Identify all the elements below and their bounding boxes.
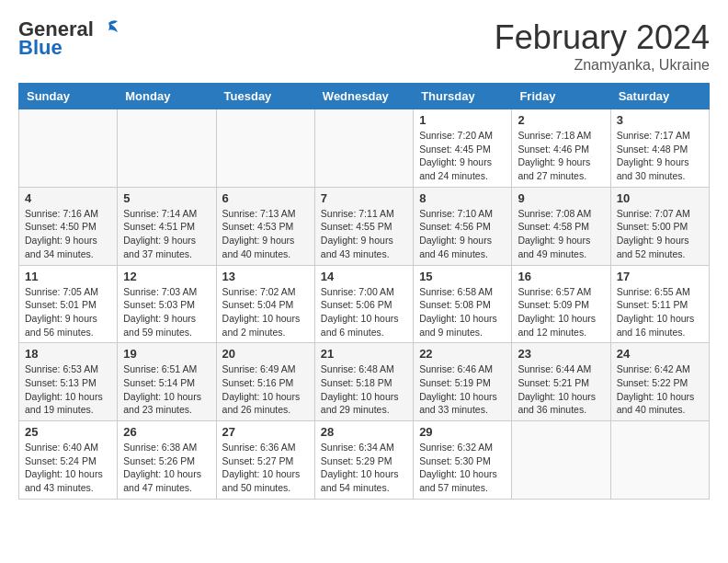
page-header: General Blue February 2024 Znamyanka, Uk… <box>18 18 710 74</box>
day-info: Sunrise: 6:58 AM Sunset: 5:08 PM Dayligh… <box>419 285 506 339</box>
day-number: 6 <box>222 191 309 205</box>
header-tuesday: Tuesday <box>216 84 314 109</box>
calendar-week-5: 25Sunrise: 6:40 AM Sunset: 5:24 PM Dayli… <box>19 421 710 500</box>
header-wednesday: Wednesday <box>314 84 413 109</box>
calendar-header-row: Sunday Monday Tuesday Wednesday Thursday… <box>19 84 710 109</box>
day-info: Sunrise: 6:40 AM Sunset: 5:24 PM Dayligh… <box>25 441 111 495</box>
day-number: 2 <box>518 113 604 127</box>
day-number: 22 <box>419 347 506 361</box>
day-info: Sunrise: 7:07 AM Sunset: 5:00 PM Dayligh… <box>617 207 703 261</box>
day-number: 26 <box>123 425 210 439</box>
day-number: 28 <box>321 425 407 439</box>
day-info: Sunrise: 6:53 AM Sunset: 5:13 PM Dayligh… <box>25 362 111 417</box>
title-block: February 2024 Znamyanka, Ukraine <box>495 18 710 74</box>
table-row: 16Sunrise: 6:57 AM Sunset: 5:09 PM Dayli… <box>512 265 610 343</box>
calendar-week-1: 1Sunrise: 7:20 AM Sunset: 4:45 PM Daylig… <box>19 109 710 188</box>
day-number: 15 <box>419 270 506 283</box>
table-row <box>216 109 314 188</box>
day-info: Sunrise: 6:57 AM Sunset: 5:09 PM Dayligh… <box>518 285 604 339</box>
calendar-week-3: 11Sunrise: 7:05 AM Sunset: 5:01 PM Dayli… <box>19 265 710 343</box>
table-row: 20Sunrise: 6:49 AM Sunset: 5:16 PM Dayli… <box>216 343 314 421</box>
day-info: Sunrise: 7:05 AM Sunset: 5:01 PM Dayligh… <box>25 285 111 339</box>
day-info: Sunrise: 6:38 AM Sunset: 5:26 PM Dayligh… <box>123 441 210 495</box>
table-row: 2Sunrise: 7:18 AM Sunset: 4:46 PM Daylig… <box>512 109 610 188</box>
day-info: Sunrise: 7:17 AM Sunset: 4:48 PM Dayligh… <box>617 129 703 183</box>
day-info: Sunrise: 7:08 AM Sunset: 4:58 PM Dayligh… <box>518 207 604 261</box>
calendar-table: Sunday Monday Tuesday Wednesday Thursday… <box>18 83 710 500</box>
day-info: Sunrise: 6:32 AM Sunset: 5:30 PM Dayligh… <box>419 441 506 495</box>
day-info: Sunrise: 7:10 AM Sunset: 4:56 PM Dayligh… <box>419 207 506 261</box>
header-monday: Monday <box>118 84 216 109</box>
day-info: Sunrise: 6:42 AM Sunset: 5:22 PM Dayligh… <box>617 362 703 417</box>
table-row: 21Sunrise: 6:48 AM Sunset: 5:18 PM Dayli… <box>314 343 413 421</box>
header-saturday: Saturday <box>610 84 709 109</box>
location: Znamyanka, Ukraine <box>495 57 710 74</box>
table-row: 14Sunrise: 7:00 AM Sunset: 5:06 PM Dayli… <box>314 265 413 343</box>
table-row: 1Sunrise: 7:20 AM Sunset: 4:45 PM Daylig… <box>414 109 512 188</box>
table-row <box>610 421 709 500</box>
day-number: 21 <box>321 347 407 361</box>
table-row: 4Sunrise: 7:16 AM Sunset: 4:50 PM Daylig… <box>19 187 118 265</box>
day-number: 24 <box>617 347 703 361</box>
table-row: 22Sunrise: 6:46 AM Sunset: 5:19 PM Dayli… <box>414 343 512 421</box>
day-info: Sunrise: 7:13 AM Sunset: 4:53 PM Dayligh… <box>222 207 309 261</box>
day-info: Sunrise: 6:49 AM Sunset: 5:16 PM Dayligh… <box>222 362 309 417</box>
day-info: Sunrise: 7:16 AM Sunset: 4:50 PM Dayligh… <box>25 207 111 261</box>
day-number: 5 <box>123 191 210 205</box>
table-row: 10Sunrise: 7:07 AM Sunset: 5:00 PM Dayli… <box>610 187 709 265</box>
day-info: Sunrise: 7:00 AM Sunset: 5:06 PM Dayligh… <box>321 285 407 339</box>
month-title: February 2024 <box>495 18 710 57</box>
table-row: 24Sunrise: 6:42 AM Sunset: 5:22 PM Dayli… <box>610 343 709 421</box>
logo-blue-text: Blue <box>18 37 119 59</box>
day-info: Sunrise: 6:48 AM Sunset: 5:18 PM Dayligh… <box>321 362 407 417</box>
day-number: 27 <box>222 425 309 439</box>
table-row: 11Sunrise: 7:05 AM Sunset: 5:01 PM Dayli… <box>19 265 118 343</box>
day-info: Sunrise: 6:36 AM Sunset: 5:27 PM Dayligh… <box>222 441 309 495</box>
day-info: Sunrise: 7:14 AM Sunset: 4:51 PM Dayligh… <box>123 207 210 261</box>
table-row: 6Sunrise: 7:13 AM Sunset: 4:53 PM Daylig… <box>216 187 314 265</box>
day-number: 7 <box>321 191 407 205</box>
table-row: 15Sunrise: 6:58 AM Sunset: 5:08 PM Dayli… <box>414 265 512 343</box>
header-thursday: Thursday <box>414 84 512 109</box>
day-number: 4 <box>25 191 111 205</box>
table-row: 23Sunrise: 6:44 AM Sunset: 5:21 PM Dayli… <box>512 343 610 421</box>
day-info: Sunrise: 6:34 AM Sunset: 5:29 PM Dayligh… <box>321 441 407 495</box>
table-row: 25Sunrise: 6:40 AM Sunset: 5:24 PM Dayli… <box>19 421 118 500</box>
table-row: 18Sunrise: 6:53 AM Sunset: 5:13 PM Dayli… <box>19 343 118 421</box>
day-number: 17 <box>617 270 703 283</box>
table-row: 5Sunrise: 7:14 AM Sunset: 4:51 PM Daylig… <box>118 187 216 265</box>
day-info: Sunrise: 7:03 AM Sunset: 5:03 PM Dayligh… <box>123 285 210 339</box>
table-row: 29Sunrise: 6:32 AM Sunset: 5:30 PM Dayli… <box>414 421 512 500</box>
table-row <box>314 109 413 188</box>
day-number: 10 <box>617 191 703 205</box>
day-number: 3 <box>617 113 703 127</box>
header-sunday: Sunday <box>19 84 118 109</box>
table-row <box>118 109 216 188</box>
logo: General Blue <box>18 18 119 59</box>
header-friday: Friday <box>512 84 610 109</box>
day-info: Sunrise: 7:11 AM Sunset: 4:55 PM Dayligh… <box>321 207 407 261</box>
table-row: 9Sunrise: 7:08 AM Sunset: 4:58 PM Daylig… <box>512 187 610 265</box>
day-number: 20 <box>222 347 309 361</box>
day-number: 23 <box>518 347 604 361</box>
day-info: Sunrise: 6:46 AM Sunset: 5:19 PM Dayligh… <box>419 362 506 417</box>
table-row: 28Sunrise: 6:34 AM Sunset: 5:29 PM Dayli… <box>314 421 413 500</box>
day-info: Sunrise: 6:51 AM Sunset: 5:14 PM Dayligh… <box>123 362 210 417</box>
day-number: 18 <box>25 347 111 361</box>
day-info: Sunrise: 7:18 AM Sunset: 4:46 PM Dayligh… <box>518 129 604 183</box>
day-number: 25 <box>25 425 111 439</box>
table-row: 26Sunrise: 6:38 AM Sunset: 5:26 PM Dayli… <box>118 421 216 500</box>
day-number: 8 <box>419 191 506 205</box>
day-number: 12 <box>123 270 210 283</box>
day-info: Sunrise: 7:02 AM Sunset: 5:04 PM Dayligh… <box>222 285 309 339</box>
table-row: 17Sunrise: 6:55 AM Sunset: 5:11 PM Dayli… <box>610 265 709 343</box>
table-row: 12Sunrise: 7:03 AM Sunset: 5:03 PM Dayli… <box>118 265 216 343</box>
day-number: 1 <box>419 113 506 127</box>
day-number: 13 <box>222 270 309 283</box>
table-row: 13Sunrise: 7:02 AM Sunset: 5:04 PM Dayli… <box>216 265 314 343</box>
table-row <box>512 421 610 500</box>
day-number: 16 <box>518 270 604 283</box>
calendar-week-4: 18Sunrise: 6:53 AM Sunset: 5:13 PM Dayli… <box>19 343 710 421</box>
table-row: 7Sunrise: 7:11 AM Sunset: 4:55 PM Daylig… <box>314 187 413 265</box>
table-row: 3Sunrise: 7:17 AM Sunset: 4:48 PM Daylig… <box>610 109 709 188</box>
